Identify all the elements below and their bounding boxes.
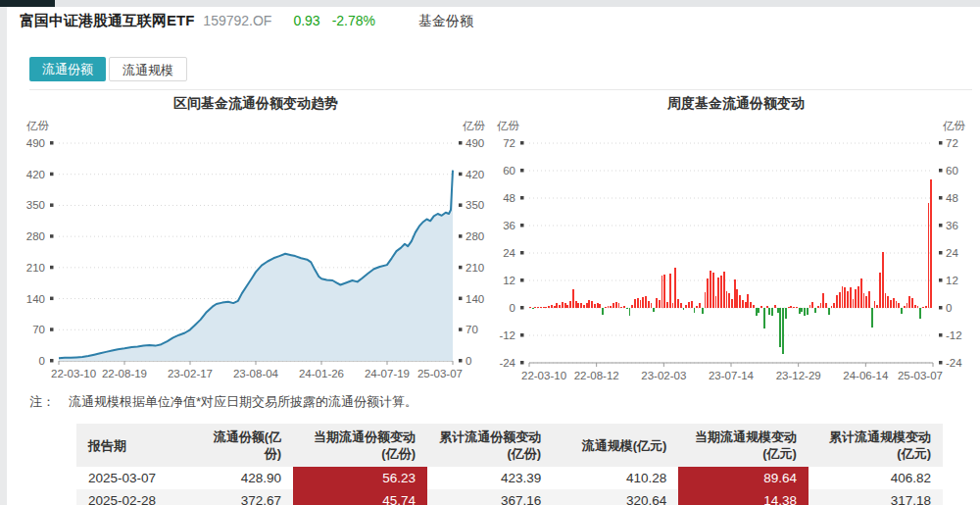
svg-text:23-12-29: 23-12-29: [776, 370, 821, 381]
area-chart: 亿份亿份490490420420350350280280210210140140…: [22, 116, 490, 390]
fund-title: 富国中证港股通互联网ETF: [20, 12, 194, 30]
svg-text:490: 490: [466, 137, 484, 149]
svg-text:350: 350: [466, 199, 484, 211]
left-edge-strip: [0, 7, 7, 505]
svg-text:亿份: 亿份: [26, 120, 50, 131]
flow-data-table: 报告期 流通份额(亿份) 当期流通份额变动(亿份) 累计流通份额变动(亿份) 流…: [76, 424, 943, 505]
svg-text:0: 0: [466, 355, 471, 367]
footnote-prefix: 注：: [29, 394, 55, 409]
col-header-shares: 流通份额(亿份): [189, 424, 293, 467]
svg-text:24-07-19: 24-07-19: [365, 368, 410, 379]
col-header-scale-change-cum: 累计流通规模变动(亿元): [808, 424, 943, 467]
cell-report-date: 2025-02-28: [76, 489, 189, 505]
svg-text:23-07-14: 23-07-14: [709, 370, 755, 381]
footnote-text: 流通规模根据单位净值*对应日期交易所披露的流通份额计算。: [69, 394, 417, 409]
col-header-scale-change: 当期流通规模变动(亿元): [678, 424, 808, 467]
svg-text:72: 72: [503, 137, 515, 149]
cell-shares-change-cum: 367.16: [427, 489, 553, 505]
table-header-row: 报告期 流通份额(亿份) 当期流通份额变动(亿份) 累计流通份额变动(亿份) 流…: [76, 424, 943, 467]
svg-text:48: 48: [946, 192, 958, 204]
svg-text:70: 70: [32, 324, 45, 335]
fund-nav-value: 0.93: [293, 13, 319, 28]
svg-text:25-03-07: 25-03-07: [417, 368, 463, 379]
svg-text:60: 60: [946, 165, 958, 177]
top-edge-strip: [0, 0, 980, 7]
svg-text:亿份: 亿份: [497, 120, 520, 131]
svg-text:24-01-26: 24-01-26: [299, 368, 344, 379]
svg-text:350: 350: [26, 199, 45, 211]
cell-shares-change: 45.74: [293, 489, 427, 505]
svg-text:70: 70: [466, 324, 478, 335]
svg-text:23-02-17: 23-02-17: [168, 368, 213, 379]
svg-text:490: 490: [26, 137, 45, 149]
bar-chart: 亿份亿份72726060484836362424121200-12-12-24-…: [495, 116, 977, 390]
area-chart-panel: 区间基金流通份额变动趋势 亿份亿份49049042042035035028028…: [22, 94, 490, 390]
svg-text:280: 280: [466, 230, 484, 242]
svg-text:48: 48: [503, 192, 515, 204]
cell-scale: 320.64: [553, 489, 678, 505]
table-row: 2025-02-28 372.67 45.74 367.16 320.64 14…: [76, 489, 943, 505]
fund-code: 159792.OF: [203, 13, 271, 28]
cell-shares-change: 56.23: [293, 467, 427, 489]
svg-text:140: 140: [466, 293, 484, 305]
svg-text:-12: -12: [946, 329, 962, 341]
svg-text:210: 210: [26, 262, 45, 274]
cell-scale-change-cum: 317.18: [808, 489, 943, 505]
cell-scale: 410.28: [553, 467, 678, 489]
svg-text:60: 60: [503, 165, 515, 177]
svg-text:-12: -12: [499, 329, 515, 341]
cell-scale-change-cum: 406.82: [808, 467, 943, 489]
svg-text:-24: -24: [499, 357, 515, 369]
svg-text:22-08-12: 22-08-12: [574, 370, 619, 381]
tab-bar: 流通份额 流通规模: [29, 57, 187, 81]
col-header-shares-change-cum: 累计流通份额变动(亿份): [427, 424, 553, 467]
svg-text:22-03-10: 22-03-10: [51, 368, 96, 379]
bar-chart-panel: 周度基金流通份额变动 亿份亿份7272606048483636242412120…: [495, 94, 977, 390]
area-chart-title: 区间基金流通份额变动趋势: [22, 94, 490, 116]
svg-text:72: 72: [946, 137, 958, 149]
col-header-scale: 流通规模(亿元): [553, 424, 678, 467]
bar-chart-title: 周度基金流通份额变动: [495, 94, 977, 116]
svg-text:36: 36: [946, 220, 958, 231]
svg-text:22-08-19: 22-08-19: [102, 368, 147, 379]
svg-text:亿份: 亿份: [463, 120, 486, 131]
svg-text:0: 0: [39, 355, 45, 367]
svg-text:24: 24: [946, 247, 958, 259]
cell-scale-change: 89.64: [678, 467, 808, 489]
svg-text:420: 420: [466, 169, 484, 180]
svg-text:36: 36: [503, 220, 515, 231]
col-header-report-date: 报告期: [76, 424, 189, 467]
cell-shares: 372.67: [189, 489, 293, 505]
svg-text:12: 12: [503, 275, 515, 286]
tab-circulating-shares[interactable]: 流通份额: [29, 57, 106, 81]
tab-circulating-scale[interactable]: 流通规模: [109, 57, 187, 81]
svg-text:280: 280: [26, 230, 45, 242]
svg-text:-24: -24: [946, 357, 962, 369]
svg-text:24-06-14: 24-06-14: [843, 370, 889, 381]
svg-text:23-02-03: 23-02-03: [641, 370, 686, 381]
svg-text:0: 0: [510, 302, 515, 314]
col-header-shares-change: 当期流通份额变动(亿份): [293, 424, 427, 467]
footnote: 注：流通规模根据单位净值*对应日期交易所披露的流通份额计算。: [29, 393, 417, 411]
svg-text:420: 420: [26, 169, 45, 180]
table-row: 2025-03-07 428.90 56.23 423.39 410.28 89…: [76, 467, 943, 489]
top-left-dark-strip: [0, 0, 55, 7]
svg-text:25-03-07: 25-03-07: [898, 370, 943, 381]
fund-change-percent: -2.78%: [332, 13, 375, 28]
svg-text:140: 140: [26, 293, 45, 305]
cell-report-date: 2025-03-07: [76, 467, 189, 489]
cell-scale-change: 14.38: [678, 489, 808, 505]
svg-text:210: 210: [466, 262, 484, 274]
svg-text:12: 12: [946, 275, 958, 286]
svg-text:亿份: 亿份: [943, 120, 966, 131]
cell-shares-change-cum: 423.39: [427, 467, 553, 489]
tabs-divider: [29, 89, 972, 90]
svg-text:23-08-04: 23-08-04: [233, 368, 279, 379]
svg-text:0: 0: [946, 302, 952, 314]
section-label-fund-shares: 基金份额: [418, 13, 473, 30]
cell-shares: 428.90: [189, 467, 293, 489]
svg-text:24: 24: [503, 247, 515, 259]
svg-text:22-03-10: 22-03-10: [521, 370, 566, 381]
fund-header: 富国中证港股通互联网ETF 159792.OF 0.93 -2.78% 基金份额: [20, 12, 473, 30]
